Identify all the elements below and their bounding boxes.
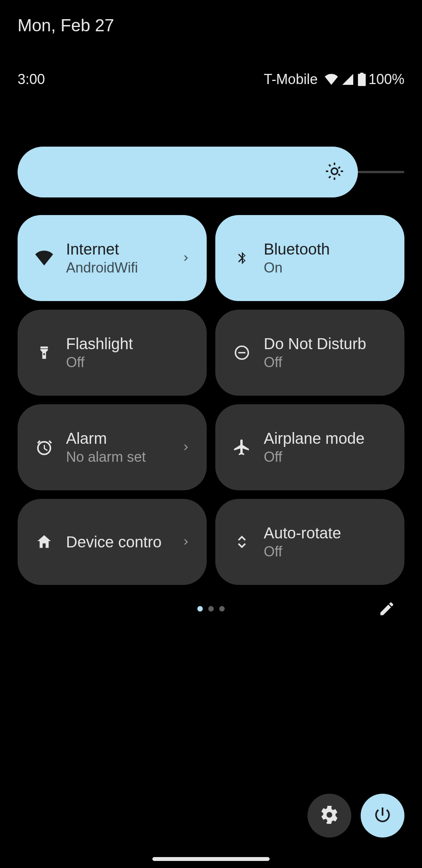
tile-labels: BluetoothOn: [264, 240, 393, 276]
bluetooth-icon: [229, 245, 255, 271]
chevron-right-icon: [178, 533, 195, 551]
rotate-icon: [229, 529, 255, 555]
status-bar: 3:00 T-Mobile 100%: [0, 70, 422, 89]
tile-labels: Auto-rotateOff: [264, 524, 393, 560]
power-icon: [373, 805, 392, 826]
page-dot[interactable]: [197, 606, 203, 612]
tile-bluetooth[interactable]: BluetoothOn: [215, 215, 404, 301]
alarm-icon: [31, 434, 57, 461]
airplane-icon: [229, 434, 255, 461]
home-icon: [31, 529, 57, 555]
tile-subtitle: Off: [264, 449, 393, 465]
tile-labels: InternetAndroidWifi: [66, 240, 178, 276]
dnd-icon: [229, 339, 255, 366]
tile-subtitle: No alarm set: [66, 449, 178, 465]
chevron-right-icon: [178, 249, 195, 267]
page-dot[interactable]: [219, 606, 225, 612]
footer-buttons: [308, 794, 404, 838]
tile-home[interactable]: Device contro: [18, 499, 207, 585]
date-label: Mon, Feb 27: [18, 16, 114, 35]
chevron-right-icon: [178, 439, 195, 456]
tile-flashlight[interactable]: FlashlightOff: [18, 310, 207, 396]
tile-title: Do Not Disturb: [264, 335, 393, 353]
tile-title: Bluetooth: [264, 240, 393, 258]
wifi-icon: [325, 74, 338, 85]
page-dot[interactable]: [208, 606, 214, 612]
tile-title: Airplane mode: [264, 430, 393, 447]
tile-labels: Device contro: [66, 529, 178, 555]
brightness-track: [18, 171, 404, 173]
tile-subtitle: Off: [264, 543, 393, 560]
brightness-fill: [18, 147, 358, 197]
tile-labels: Airplane modeOff: [264, 430, 393, 465]
status-carrier: T-Mobile: [264, 71, 318, 88]
tile-rotate[interactable]: Auto-rotateOff: [215, 499, 404, 585]
quick-settings-tiles: InternetAndroidWifiBluetoothOnFlashlight…: [18, 215, 404, 585]
home-handle[interactable]: [152, 857, 270, 861]
edit-tiles-button[interactable]: [375, 597, 399, 621]
tile-airplane[interactable]: Airplane modeOff: [215, 404, 404, 490]
battery-icon: 100%: [358, 71, 404, 88]
status-time: 3:00: [18, 71, 45, 88]
tile-labels: AlarmNo alarm set: [66, 430, 178, 465]
tile-wifi[interactable]: InternetAndroidWifi: [18, 215, 207, 301]
tile-subtitle: Off: [264, 354, 393, 371]
page-indicator: [0, 606, 422, 612]
wifi-icon: [31, 245, 57, 271]
tile-title: Alarm: [66, 430, 178, 447]
tile-title: Flashlight: [66, 335, 195, 353]
tile-title: Device contro: [66, 529, 178, 555]
power-button[interactable]: [361, 794, 404, 838]
tile-subtitle: Off: [66, 354, 195, 371]
tile-title: Auto-rotate: [264, 524, 393, 542]
gear-icon: [320, 805, 339, 826]
flashlight-icon: [31, 339, 57, 366]
brightness-icon: [325, 162, 344, 182]
brightness-slider[interactable]: [18, 147, 404, 197]
tile-labels: FlashlightOff: [66, 335, 195, 371]
tile-alarm[interactable]: AlarmNo alarm set: [18, 404, 207, 490]
tile-title: Internet: [66, 240, 178, 258]
battery-percent: 100%: [368, 71, 404, 88]
tile-subtitle: On: [264, 260, 393, 276]
tile-subtitle: AndroidWifi: [66, 260, 178, 276]
cell-signal-icon: [342, 74, 354, 85]
settings-button[interactable]: [308, 794, 351, 838]
tile-dnd[interactable]: Do Not DisturbOff: [215, 310, 404, 396]
tile-labels: Do Not DisturbOff: [264, 335, 393, 371]
